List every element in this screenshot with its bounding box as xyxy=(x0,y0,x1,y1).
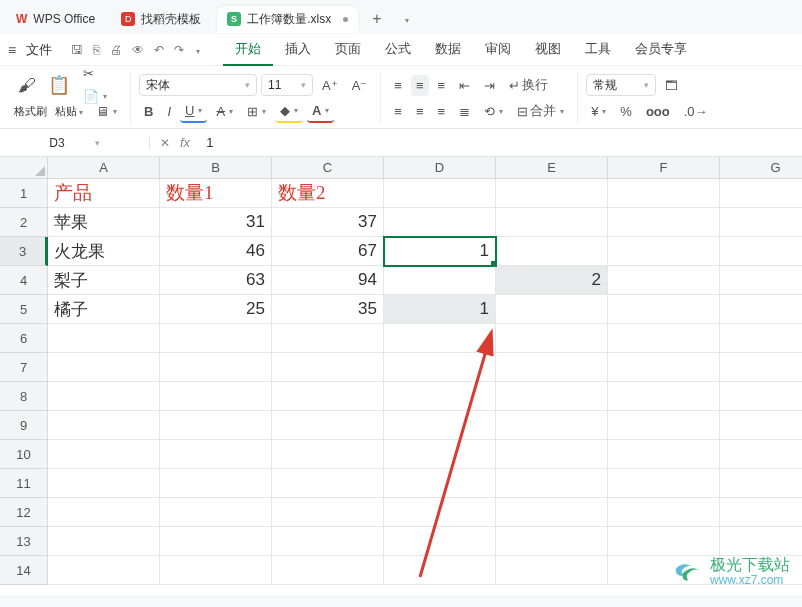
tab-data[interactable]: 数据 xyxy=(423,34,473,66)
cell-C3[interactable]: 67 xyxy=(272,237,384,266)
row-header-9[interactable]: 9 xyxy=(0,411,48,440)
cell-E4[interactable]: 2 xyxy=(496,266,608,295)
print-icon[interactable]: 🖨 xyxy=(107,41,125,59)
cell-D14[interactable] xyxy=(384,556,496,585)
underline-button[interactable]: U xyxy=(180,100,207,123)
col-header-G[interactable]: G xyxy=(720,157,802,179)
font-family-select[interactable]: 宋体▾ xyxy=(139,74,257,96)
cell-E7[interactable] xyxy=(496,353,608,382)
cell-F12[interactable] xyxy=(608,498,720,527)
redo-icon[interactable]: ↷ xyxy=(171,41,187,59)
format-painter-button[interactable]: 🖌 xyxy=(14,73,40,98)
select-all-corner[interactable] xyxy=(0,157,48,179)
daoke-tab[interactable]: D 找稻壳模板 xyxy=(111,6,211,33)
row-header-8[interactable]: 8 xyxy=(0,382,48,411)
cell-B9[interactable] xyxy=(160,411,272,440)
cancel-formula-icon[interactable]: ✕ xyxy=(160,136,170,150)
cell-B7[interactable] xyxy=(160,353,272,382)
cell-B3[interactable]: 46 xyxy=(160,237,272,266)
fill-color-button[interactable]: ◆ xyxy=(275,100,303,123)
cell-F13[interactable] xyxy=(608,527,720,556)
row-header-7[interactable]: 7 xyxy=(0,353,48,382)
strikethrough-button[interactable]: A xyxy=(211,101,238,122)
row-header-10[interactable]: 10 xyxy=(0,440,48,469)
cell-G8[interactable] xyxy=(720,382,802,411)
cell-B4[interactable]: 63 xyxy=(160,266,272,295)
tab-insert[interactable]: 插入 xyxy=(273,34,323,66)
cell-D11[interactable] xyxy=(384,469,496,498)
cell-A13[interactable] xyxy=(48,527,160,556)
formula-input[interactable]: 1 xyxy=(200,135,802,150)
cell-A2[interactable]: 苹果 xyxy=(48,208,160,237)
row-header-14[interactable]: 14 xyxy=(0,556,48,585)
row-header-6[interactable]: 6 xyxy=(0,324,48,353)
cell-G11[interactable] xyxy=(720,469,802,498)
hamburger-icon[interactable]: ≡ xyxy=(8,42,16,58)
cell-D12[interactable] xyxy=(384,498,496,527)
row-header-1[interactable]: 1 xyxy=(0,179,48,208)
cell-D4[interactable] xyxy=(384,266,496,295)
cell-G6[interactable] xyxy=(720,324,802,353)
cell-F9[interactable] xyxy=(608,411,720,440)
clipboard-more-button[interactable]: 🖥 xyxy=(91,101,122,122)
qa-more-icon[interactable] xyxy=(191,41,203,59)
cell-F2[interactable] xyxy=(608,208,720,237)
cell-B10[interactable] xyxy=(160,440,272,469)
comma-button[interactable]: ooo xyxy=(641,101,675,122)
preview-icon[interactable]: 👁 xyxy=(129,41,147,59)
cell-D6[interactable] xyxy=(384,324,496,353)
cell-F8[interactable] xyxy=(608,382,720,411)
cell-G2[interactable] xyxy=(720,208,802,237)
currency-button[interactable]: ¥ xyxy=(586,101,611,122)
cell-C1[interactable]: 数量2 xyxy=(272,179,384,208)
cell-F5[interactable] xyxy=(608,295,720,324)
align-right-button[interactable]: ≡ xyxy=(433,101,451,122)
cell-B5[interactable]: 25 xyxy=(160,295,272,324)
cell-F11[interactable] xyxy=(608,469,720,498)
cell-A5[interactable]: 橘子 xyxy=(48,295,160,324)
cell-D10[interactable] xyxy=(384,440,496,469)
add-tab-button[interactable]: + xyxy=(364,10,389,28)
cell-A7[interactable] xyxy=(48,353,160,382)
cell-E3[interactable] xyxy=(496,237,608,266)
tab-page[interactable]: 页面 xyxy=(323,34,373,66)
row-header-3[interactable]: 3 xyxy=(0,237,48,266)
orientation-button[interactable]: ⟲ xyxy=(479,101,508,122)
align-left-button[interactable]: ≡ xyxy=(389,101,407,122)
cell-F1[interactable] xyxy=(608,179,720,208)
row-header-4[interactable]: 4 xyxy=(0,266,48,295)
cell-F6[interactable] xyxy=(608,324,720,353)
col-header-A[interactable]: A xyxy=(48,157,160,179)
align-middle-button[interactable]: ≡ xyxy=(411,75,429,96)
col-header-E[interactable]: E xyxy=(496,157,608,179)
cell-B11[interactable] xyxy=(160,469,272,498)
cell-C7[interactable] xyxy=(272,353,384,382)
row-header-13[interactable]: 13 xyxy=(0,527,48,556)
cell-D3[interactable]: 1 xyxy=(384,237,496,266)
cell-G3[interactable] xyxy=(720,237,802,266)
cell-C14[interactable] xyxy=(272,556,384,585)
paste-label[interactable]: 粘贴 xyxy=(55,104,83,119)
cell-A12[interactable] xyxy=(48,498,160,527)
cell-C9[interactable] xyxy=(272,411,384,440)
tab-start[interactable]: 开始 xyxy=(223,34,273,66)
col-header-D[interactable]: D xyxy=(384,157,496,179)
merge-cells-button[interactable]: ⊟ 合并 xyxy=(512,99,569,123)
cell-G5[interactable] xyxy=(720,295,802,324)
borders-button[interactable]: ⊞ xyxy=(242,101,271,122)
paste-button[interactable]: 📋 xyxy=(44,72,74,98)
cell-F7[interactable] xyxy=(608,353,720,382)
wrap-text-button[interactable]: ↵ 换行 xyxy=(504,73,553,97)
font-size-select[interactable]: 11▾ xyxy=(261,74,313,96)
cell-E1[interactable] xyxy=(496,179,608,208)
cell-E9[interactable] xyxy=(496,411,608,440)
cell-F3[interactable] xyxy=(608,237,720,266)
file-menu[interactable]: 文件 xyxy=(22,41,56,59)
name-box[interactable]: D3 ▾ xyxy=(0,136,150,150)
cell-F10[interactable] xyxy=(608,440,720,469)
cell-A1[interactable]: 产品 xyxy=(48,179,160,208)
cell-C4[interactable]: 94 xyxy=(272,266,384,295)
cell-D7[interactable] xyxy=(384,353,496,382)
tab-tools[interactable]: 工具 xyxy=(573,34,623,66)
indent-dec-button[interactable]: ⇤ xyxy=(454,75,475,96)
